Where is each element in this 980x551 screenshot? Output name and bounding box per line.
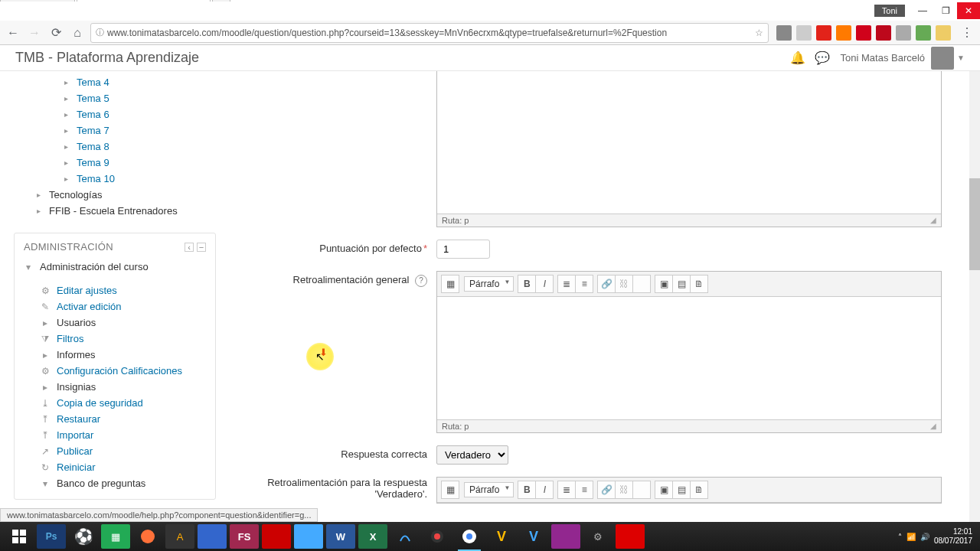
italic-icon[interactable]: I — [535, 481, 554, 499]
browser-tab[interactable]: Edición de una pregunta × — [77, 0, 211, 2]
forward-button[interactable]: → — [26, 24, 43, 41]
taskbar-app-icon[interactable] — [423, 524, 452, 549]
number-list-icon[interactable]: ≡ — [575, 481, 593, 499]
taskbar-app-icon[interactable]: FS — [230, 524, 259, 549]
back-button[interactable]: ← — [5, 24, 21, 41]
address-bar[interactable]: ⓘ www.tonimatasbarcelo.com/moodle/questi… — [90, 23, 769, 43]
files-icon[interactable]: 🗎 — [690, 275, 708, 293]
taskbar-app-icon[interactable]: A — [165, 524, 194, 549]
default-score-input[interactable] — [436, 240, 490, 259]
admin-item[interactable]: ▸Usuarios — [22, 315, 207, 331]
collapse-icon[interactable]: − — [197, 243, 206, 252]
bullet-list-icon[interactable]: ≣ — [557, 481, 576, 499]
menu-button[interactable]: ⋮ — [959, 24, 975, 41]
ext-icon[interactable] — [896, 25, 911, 41]
unlink-icon[interactable]: ⛓ — [615, 275, 633, 293]
admin-item[interactable]: ⚙Configuración Calificaciones — [22, 363, 207, 379]
taskbar-app-icon[interactable] — [294, 524, 323, 549]
nav-topic-item[interactable]: ▸Tema 10 — [14, 171, 216, 187]
link-icon[interactable]: 🔗 — [597, 481, 616, 499]
taskbar-app-icon[interactable] — [616, 524, 645, 549]
editor-body[interactable] — [437, 71, 941, 214]
tray-volume-icon[interactable]: 🔊 — [920, 533, 929, 541]
question-text-editor[interactable]: Ruta: p ◢ — [436, 71, 942, 227]
browser-tab[interactable]: Lifeinicio × — [0, 0, 75, 2]
reload-button[interactable]: ⟳ — [47, 24, 64, 41]
toolbar-toggle-icon[interactable]: ▦ — [441, 275, 459, 293]
ext-icon[interactable] — [776, 25, 792, 41]
start-button[interactable] — [5, 524, 34, 549]
general-feedback-editor[interactable]: ▦PárrafoBI≣≡🔗⛓ ▣▤🗎 Ruta: p ◢ — [436, 271, 942, 433]
editor-body[interactable] — [437, 297, 941, 419]
bold-icon[interactable]: B — [518, 275, 536, 293]
ext-icon[interactable] — [876, 25, 891, 41]
help-icon[interactable]: ? — [415, 275, 427, 287]
admin-item[interactable]: ▸Insignias — [22, 379, 207, 395]
clock[interactable]: 12:01 08/07/2017 — [934, 527, 972, 546]
taskbar-app-icon[interactable] — [262, 524, 291, 549]
toolbar-toggle-icon[interactable]: ▦ — [441, 481, 459, 499]
os-user-badge[interactable]: Toni — [874, 5, 905, 17]
close-button[interactable]: ✕ — [957, 2, 980, 19]
taskbar-app-icon[interactable] — [551, 524, 580, 549]
taskbar-app-icon[interactable] — [133, 524, 162, 549]
image-icon[interactable]: ▣ — [655, 275, 673, 293]
admin-item[interactable]: ↗Publicar — [22, 443, 207, 459]
maximize-button[interactable]: ❐ — [934, 2, 957, 19]
system-tray[interactable]: ˄ 📶 🔊 12:01 08/07/2017 — [898, 527, 977, 546]
admin-root[interactable]: ▾ Administración del curso — [22, 259, 207, 275]
admin-item[interactable]: ⤒Restaurar — [22, 411, 207, 427]
files-icon[interactable]: 🗎 — [690, 481, 708, 499]
paragraph-select[interactable]: Párrafo — [464, 276, 514, 292]
taskbar-chrome-icon[interactable] — [455, 524, 484, 549]
admin-item[interactable]: ⤓Copia de seguridad — [22, 395, 207, 411]
nav-topic-item[interactable]: ▸Tema 7 — [14, 122, 216, 139]
nav-topic-item[interactable]: ▸Tema 8 — [14, 139, 216, 155]
taskbar-app-icon[interactable]: X — [358, 524, 387, 549]
nav-topic-item[interactable]: ▸Tema 5 — [14, 90, 216, 106]
unlink-icon[interactable]: ⛓ — [615, 481, 633, 499]
image-icon[interactable]: ▣ — [655, 481, 673, 499]
admin-item[interactable]: ⧩Filtros — [22, 331, 207, 347]
caret-down-icon[interactable]: ▼ — [957, 54, 965, 62]
star-icon[interactable]: ☆ — [755, 28, 763, 38]
taskbar-app-icon[interactable]: Ps — [37, 524, 66, 549]
dock-icon[interactable]: ‹ — [185, 243, 194, 252]
nolink-icon[interactable] — [632, 481, 651, 499]
avatar[interactable] — [931, 47, 954, 70]
scrollbar[interactable] — [969, 71, 980, 522]
nolink-icon[interactable] — [632, 275, 651, 293]
resize-handle[interactable]: ◢ — [930, 422, 936, 431]
nav-topic-item[interactable]: ▸Tema 4 — [14, 74, 216, 90]
ext-icon[interactable] — [796, 25, 812, 41]
user-name[interactable]: Toni Matas Barceló — [841, 52, 926, 64]
feedback-true-editor[interactable]: ▦PárrafoBI≣≡🔗⛓ ▣▤🗎 — [436, 477, 942, 504]
nav-item[interactable]: ▸FFIB - Escuela Entrenadores — [14, 203, 216, 219]
new-tab-button[interactable] — [212, 0, 230, 2]
ext-icon[interactable] — [936, 25, 951, 41]
taskbar-app-icon[interactable]: ⚽ — [69, 524, 98, 549]
taskbar-app-icon[interactable]: ⚙ — [583, 524, 612, 549]
ext-icon[interactable] — [816, 25, 831, 41]
number-list-icon[interactable]: ≡ — [575, 275, 593, 293]
bell-icon[interactable]: 🔔 — [790, 51, 805, 65]
ext-icon[interactable] — [836, 25, 851, 41]
admin-item[interactable]: ⚙Editar ajustes — [22, 282, 207, 298]
tray-chevron-icon[interactable]: ˄ — [898, 533, 902, 541]
admin-item[interactable]: ✎Activar edición — [22, 298, 207, 315]
minimize-button[interactable]: — — [911, 2, 934, 19]
nav-topic-item[interactable]: ▸Tema 9 — [14, 155, 216, 171]
site-brand[interactable]: TMB - Plataforma Aprendizaje — [15, 50, 199, 66]
admin-item[interactable]: ▾Banco de preguntas — [22, 475, 207, 491]
tray-network-icon[interactable]: 📶 — [906, 533, 916, 541]
admin-item[interactable]: ▸Informes — [22, 347, 207, 363]
admin-item[interactable]: ↻Reiniciar — [22, 459, 207, 475]
nav-item[interactable]: ▸Tecnologías — [14, 187, 216, 203]
media-icon[interactable]: ▤ — [672, 481, 691, 499]
media-icon[interactable]: ▤ — [672, 275, 691, 293]
ext-icon[interactable] — [856, 25, 871, 41]
bullet-list-icon[interactable]: ≣ — [557, 275, 576, 293]
home-button[interactable]: ⌂ — [69, 24, 86, 41]
nav-topic-item[interactable]: ▸Tema 6 — [14, 106, 216, 122]
italic-icon[interactable]: I — [535, 275, 554, 293]
